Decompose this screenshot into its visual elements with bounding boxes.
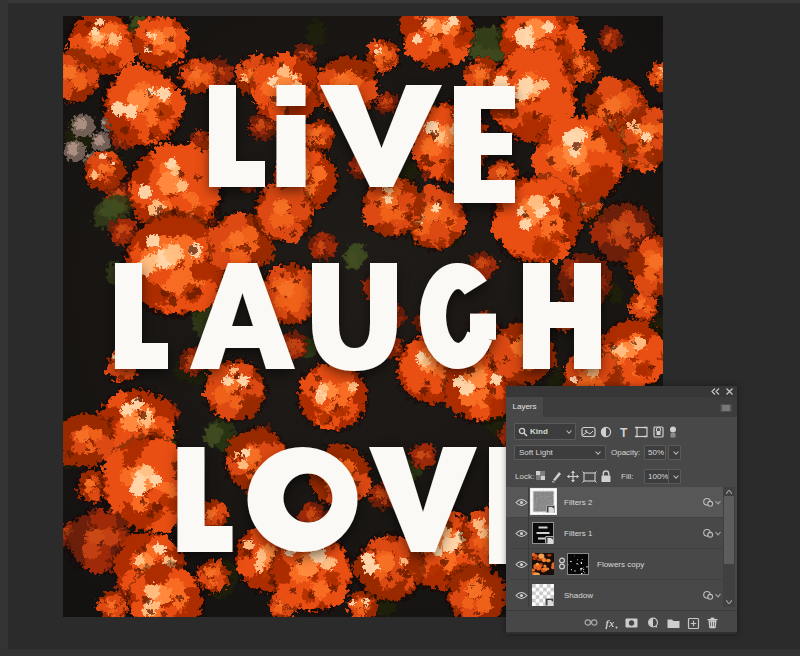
svg-text:T: T	[620, 426, 628, 440]
svg-text:fx: fx	[606, 618, 615, 629]
